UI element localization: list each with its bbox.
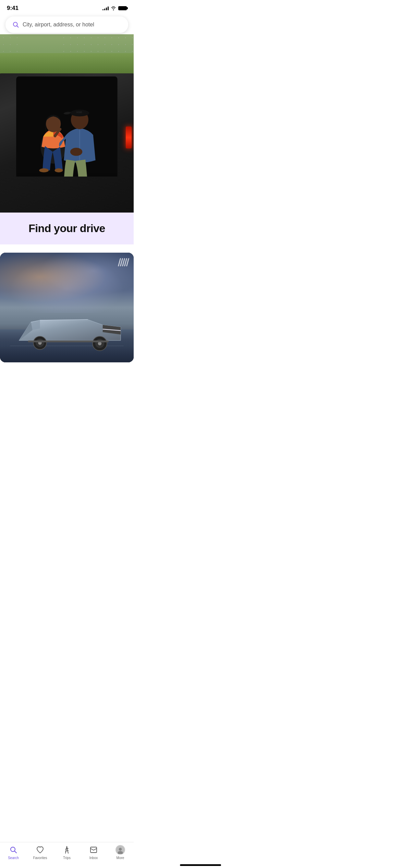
find-drive-heading: Find your drive — [7, 222, 127, 235]
featured-card[interactable] — [0, 253, 134, 362]
main-content: VOID Find your drive — [0, 0, 134, 393]
trunk-interior: VOID — [16, 76, 117, 177]
svg-point-4 — [39, 168, 49, 172]
status-time: 9:41 — [7, 5, 19, 12]
car-exterior: VOID — [0, 73, 134, 213]
svg-text:VOID: VOID — [76, 111, 82, 113]
svg-line-1 — [17, 26, 19, 27]
search-icon — [12, 21, 19, 28]
status-icons — [102, 6, 127, 10]
couple-silhouette: VOID — [16, 76, 117, 177]
cloud-effect — [0, 253, 134, 313]
svg-point-5 — [55, 168, 63, 172]
hero-image: VOID — [0, 34, 134, 213]
svg-rect-25 — [28, 340, 109, 342]
battery-icon — [118, 6, 127, 10]
search-bar[interactable]: City, airport, address, or hotel — [5, 16, 128, 33]
search-placeholder: City, airport, address, or hotel — [23, 22, 94, 28]
find-drive-banner: Find your drive — [0, 213, 134, 244]
wifi-icon — [111, 6, 116, 10]
cybertruck-scene — [0, 253, 134, 362]
svg-point-11 — [70, 148, 82, 156]
status-bar: 9:41 — [0, 0, 134, 14]
cybertruck-vehicle — [10, 311, 124, 355]
right-taillight — [126, 126, 131, 149]
section-gap — [0, 244, 134, 253]
signal-icon — [102, 6, 109, 10]
search-bar-container[interactable]: City, airport, address, or hotel — [5, 16, 128, 33]
